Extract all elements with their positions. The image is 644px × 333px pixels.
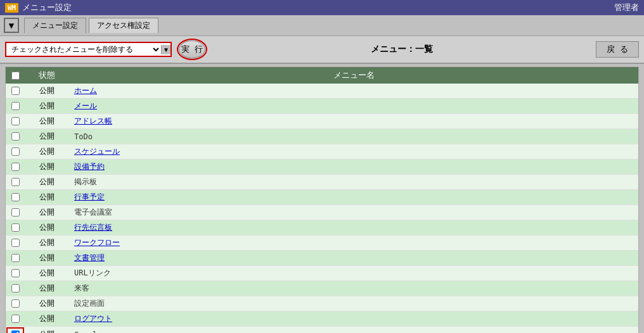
row-name: ワークフロー: [69, 236, 638, 250]
row-check-cell: [6, 146, 25, 158]
menu-link[interactable]: ワークフロー: [74, 238, 120, 247]
menu-link[interactable]: スケジュール: [74, 147, 120, 156]
row-status: 公開: [25, 236, 69, 250]
row-status: 公開: [25, 190, 69, 204]
row-status: 公開: [25, 144, 69, 159]
row-name: 行先伝言板: [69, 220, 638, 235]
row-status: 公開: [25, 84, 69, 98]
menu-link[interactable]: アドレス帳: [74, 116, 112, 125]
wm-logo: WM: [5, 3, 18, 13]
table-row: 公開ログアウト: [6, 311, 638, 327]
menu-link[interactable]: メール: [74, 101, 97, 110]
action-select[interactable]: チェックされたメニューを削除するチェックされたメニューを公開するチェックされたメ…: [6, 43, 161, 56]
menu-name-text: ToDo: [74, 132, 93, 141]
row-checkbox[interactable]: [11, 163, 20, 171]
execute-button[interactable]: 実 行: [179, 41, 205, 58]
row-checkbox[interactable]: [11, 193, 20, 201]
toolbar: ▼ メニュー設定 アクセス権設定: [0, 15, 644, 36]
row-check-cell: [6, 85, 25, 97]
row-checkbox[interactable]: [11, 239, 20, 247]
table-row: 公開スケジュール: [6, 144, 638, 160]
menu-link[interactable]: 設備予約: [74, 162, 105, 171]
row-status: 公開: [25, 311, 69, 326]
row-name: 文書管理: [69, 251, 638, 265]
table-row: 公開ホーム: [6, 84, 638, 99]
row-checkbox[interactable]: [11, 87, 20, 95]
row-status: 公開: [25, 99, 69, 113]
row-check-cell: [6, 100, 25, 112]
row-checkbox[interactable]: [11, 269, 20, 277]
table-row: 公開メール: [6, 99, 638, 114]
row-name: Google: [69, 329, 638, 334]
table-row: 公開設備予約: [6, 160, 638, 175]
row-checkbox[interactable]: [11, 208, 20, 217]
menu-link[interactable]: ホーム: [74, 86, 97, 95]
row-status: 公開: [25, 129, 69, 144]
table-row: 公開電子会議室: [6, 205, 638, 220]
row-check-cell: [6, 237, 25, 249]
row-checkbox[interactable]: [11, 102, 20, 110]
row-checkbox[interactable]: [11, 223, 20, 232]
back-button[interactable]: 戻 る: [596, 41, 639, 58]
table-row: 公開Google: [6, 327, 638, 333]
table-row: 公開ワークフロー: [6, 236, 638, 251]
row-checkbox[interactable]: [11, 178, 20, 186]
row-checkbox[interactable]: [11, 299, 20, 308]
menu-name-text: 電子会議室: [74, 208, 112, 217]
row-name: URLリンク: [69, 266, 638, 280]
menu-name-text: 掲示板: [74, 177, 97, 186]
table-row: 公開来客: [6, 281, 638, 296]
row-name: スケジュール: [69, 144, 638, 159]
row-checkbox[interactable]: [11, 330, 20, 333]
row-checkbox[interactable]: [11, 284, 20, 292]
row-name: 来客: [69, 281, 638, 296]
row-name: 設備予約: [69, 160, 638, 174]
menu-link[interactable]: ログアウト: [74, 314, 112, 323]
table-row: 公開掲示板: [6, 175, 638, 190]
select-arrow-icon: ▼: [161, 45, 171, 54]
menu-name-text: URLリンク: [74, 268, 111, 277]
row-checkbox[interactable]: [11, 315, 20, 323]
tab-access-settings[interactable]: アクセス権設定: [89, 18, 158, 33]
main-content: 状態 メニュー名 公開ホーム公開メール公開アドレス帳公開ToDo公開スケジュール…: [5, 66, 639, 333]
row-check-cell: [6, 298, 25, 310]
menu-link[interactable]: 行先伝言板: [74, 223, 112, 232]
row-checkbox[interactable]: [11, 148, 20, 156]
down-arrow-button[interactable]: ▼: [4, 18, 19, 33]
row-status: 公開: [25, 220, 69, 235]
tab-menu-settings[interactable]: メニュー設定: [24, 18, 86, 34]
row-name: アドレス帳: [69, 114, 638, 129]
row-checkbox[interactable]: [11, 254, 20, 262]
header-name-col: メニュー名: [69, 67, 638, 84]
row-status: 公開: [25, 266, 69, 280]
table-row: 公開行先伝言板: [6, 220, 638, 236]
table-row: 公開設定画面: [6, 296, 638, 311]
row-check-cell: [6, 161, 25, 173]
row-checkbox[interactable]: [11, 132, 20, 141]
menu-link[interactable]: 文書管理: [74, 253, 105, 262]
header-check-col: [6, 69, 25, 82]
row-check-cell: [6, 327, 24, 333]
table-row: 公開ToDo: [6, 129, 638, 144]
row-name: 行事予定: [69, 190, 638, 204]
row-check-cell: [6, 222, 25, 234]
header-status-col: 状態: [25, 67, 69, 84]
row-name: ホーム: [69, 84, 638, 98]
row-status: 公開: [25, 114, 69, 129]
app-title: メニュー設定: [22, 2, 72, 13]
menu-link[interactable]: 行事予定: [74, 192, 105, 201]
execute-btn-wrapper: 実 行: [177, 39, 207, 60]
header-checkbox[interactable]: [11, 72, 20, 80]
table-row: 公開URLリンク: [6, 266, 638, 281]
table-row: 公開アドレス帳: [6, 114, 638, 129]
row-name: 掲示板: [69, 175, 638, 189]
menu-name-text: Google: [74, 330, 101, 334]
row-checkbox[interactable]: [11, 117, 20, 125]
row-name: 電子会議室: [69, 205, 638, 220]
row-check-cell: [6, 267, 25, 279]
action-bar: チェックされたメニューを削除するチェックされたメニューを公開するチェックされたメ…: [0, 36, 644, 64]
row-check-cell: [6, 206, 25, 218]
page-title: メニュー：一覧: [212, 44, 591, 55]
table-header: 状態 メニュー名: [6, 67, 638, 84]
admin-label: 管理者: [614, 2, 639, 13]
